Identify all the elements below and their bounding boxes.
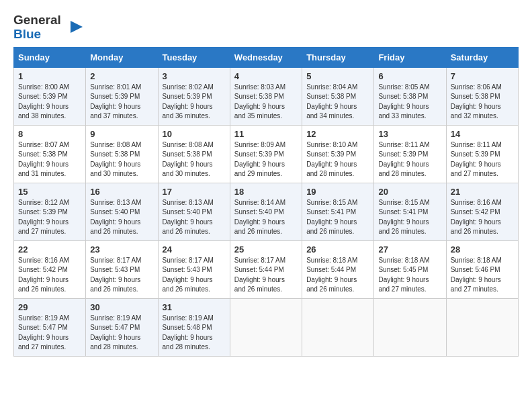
calendar-day: 2 Sunrise: 8:01 AM Sunset: 5:39 PM Dayli… bbox=[86, 67, 158, 125]
day-info: Sunrise: 8:09 AM Sunset: 5:39 PM Dayligh… bbox=[234, 140, 298, 179]
daylight-label: Daylight: 9 hours and 26 minutes. bbox=[163, 218, 213, 236]
day-number: 9 bbox=[90, 129, 153, 139]
day-info: Sunrise: 8:03 AM Sunset: 5:38 PM Dayligh… bbox=[234, 83, 298, 122]
day-info: Sunrise: 8:17 AM Sunset: 5:43 PM Dayligh… bbox=[163, 256, 226, 295]
sunrise-label: Sunrise: 8:18 AM bbox=[378, 257, 429, 264]
daylight-label: Daylight: 9 hours and 28 minutes. bbox=[378, 161, 429, 178]
calendar-day: 22 Sunrise: 8:16 AM Sunset: 5:42 PM Dayl… bbox=[14, 240, 86, 298]
sunrise-label: Sunrise: 8:13 AM bbox=[90, 199, 141, 206]
header-day: Wednesday bbox=[230, 47, 302, 67]
sunrise-label: Sunrise: 8:01 AM bbox=[90, 83, 141, 91]
day-number: 30 bbox=[90, 302, 153, 312]
day-number: 16 bbox=[90, 187, 153, 197]
sunset-label: Sunset: 5:43 PM bbox=[163, 266, 212, 273]
day-info: Sunrise: 8:16 AM Sunset: 5:42 PM Dayligh… bbox=[451, 198, 514, 237]
daylight-label: Daylight: 9 hours and 34 minutes. bbox=[306, 103, 357, 120]
day-info: Sunrise: 8:08 AM Sunset: 5:38 PM Dayligh… bbox=[163, 140, 226, 179]
day-info: Sunrise: 8:14 AM Sunset: 5:40 PM Dayligh… bbox=[234, 198, 298, 237]
sunset-label: Sunset: 5:38 PM bbox=[90, 150, 140, 158]
calendar-day: 19 Sunrise: 8:15 AM Sunset: 5:41 PM Dayl… bbox=[302, 183, 374, 240]
calendar-day: 8 Sunrise: 8:07 AM Sunset: 5:38 PM Dayli… bbox=[14, 125, 86, 183]
daylight-label: Daylight: 9 hours and 26 minutes. bbox=[306, 218, 357, 236]
calendar-day: 16 Sunrise: 8:13 AM Sunset: 5:40 PM Dayl… bbox=[86, 183, 158, 240]
sunrise-label: Sunrise: 8:17 AM bbox=[234, 257, 285, 264]
day-info: Sunrise: 8:13 AM Sunset: 5:40 PM Dayligh… bbox=[90, 198, 153, 237]
sunrise-label: Sunrise: 8:19 AM bbox=[18, 314, 69, 322]
day-info: Sunrise: 8:13 AM Sunset: 5:40 PM Dayligh… bbox=[163, 198, 226, 237]
calendar-day: 14 Sunrise: 8:11 AM Sunset: 5:39 PM Dayl… bbox=[446, 125, 518, 183]
sunset-label: Sunset: 5:45 PM bbox=[378, 266, 428, 273]
sunset-label: Sunset: 5:38 PM bbox=[306, 93, 356, 100]
sunset-label: Sunset: 5:39 PM bbox=[90, 93, 140, 100]
sunrise-label: Sunrise: 8:00 AM bbox=[18, 83, 69, 91]
calendar-day: 6 Sunrise: 8:05 AM Sunset: 5:38 PM Dayli… bbox=[374, 67, 446, 125]
calendar-day: 12 Sunrise: 8:10 AM Sunset: 5:39 PM Dayl… bbox=[302, 125, 374, 183]
day-info: Sunrise: 8:18 AM Sunset: 5:44 PM Dayligh… bbox=[306, 256, 369, 295]
day-info: Sunrise: 8:05 AM Sunset: 5:38 PM Dayligh… bbox=[378, 83, 441, 122]
sunset-label: Sunset: 5:46 PM bbox=[451, 266, 500, 273]
day-info: Sunrise: 8:19 AM Sunset: 5:48 PM Dayligh… bbox=[163, 314, 226, 353]
day-info: Sunrise: 8:16 AM Sunset: 5:42 PM Dayligh… bbox=[18, 256, 81, 295]
calendar-table: SundayMondayTuesdayWednesdayThursdayFrid… bbox=[13, 47, 519, 357]
sunrise-label: Sunrise: 8:11 AM bbox=[378, 141, 429, 148]
daylight-label: Daylight: 9 hours and 30 minutes. bbox=[90, 161, 140, 178]
day-info: Sunrise: 8:17 AM Sunset: 5:44 PM Dayligh… bbox=[234, 256, 298, 295]
sunrise-label: Sunrise: 8:08 AM bbox=[163, 141, 214, 148]
sunset-label: Sunset: 5:44 PM bbox=[234, 266, 284, 273]
day-number: 13 bbox=[378, 129, 441, 139]
calendar-week: 29 Sunrise: 8:19 AM Sunset: 5:47 PM Dayl… bbox=[14, 298, 519, 356]
calendar-day: 27 Sunrise: 8:18 AM Sunset: 5:45 PM Dayl… bbox=[374, 240, 446, 298]
calendar-day: 29 Sunrise: 8:19 AM Sunset: 5:47 PM Dayl… bbox=[14, 298, 86, 356]
daylight-label: Daylight: 9 hours and 28 minutes. bbox=[163, 334, 213, 351]
sunset-label: Sunset: 5:39 PM bbox=[163, 93, 212, 100]
sunset-label: Sunset: 5:39 PM bbox=[234, 150, 284, 158]
calendar-day: 7 Sunrise: 8:06 AM Sunset: 5:38 PM Dayli… bbox=[446, 67, 518, 125]
sunset-label: Sunset: 5:42 PM bbox=[18, 266, 68, 273]
daylight-label: Daylight: 9 hours and 26 minutes. bbox=[378, 218, 429, 236]
day-number: 14 bbox=[451, 129, 514, 139]
daylight-label: Daylight: 9 hours and 26 minutes. bbox=[306, 276, 357, 293]
sunrise-label: Sunrise: 8:15 AM bbox=[378, 199, 429, 206]
calendar-body: 1 Sunrise: 8:00 AM Sunset: 5:39 PM Dayli… bbox=[14, 67, 519, 356]
day-info: Sunrise: 8:07 AM Sunset: 5:38 PM Dayligh… bbox=[18, 140, 81, 179]
calendar-day: 3 Sunrise: 8:02 AM Sunset: 5:39 PM Dayli… bbox=[158, 67, 230, 125]
day-number: 15 bbox=[18, 187, 81, 197]
daylight-label: Daylight: 9 hours and 29 minutes. bbox=[234, 161, 285, 178]
sunset-label: Sunset: 5:39 PM bbox=[18, 93, 68, 100]
sunset-label: Sunset: 5:41 PM bbox=[306, 208, 356, 216]
sunset-label: Sunset: 5:38 PM bbox=[234, 93, 284, 100]
calendar-day: 31 Sunrise: 8:19 AM Sunset: 5:48 PM Dayl… bbox=[158, 298, 230, 356]
sunset-label: Sunset: 5:39 PM bbox=[306, 150, 356, 158]
day-number: 3 bbox=[163, 71, 226, 81]
day-info: Sunrise: 8:10 AM Sunset: 5:39 PM Dayligh… bbox=[306, 140, 369, 179]
day-number: 12 bbox=[306, 129, 369, 139]
sunset-label: Sunset: 5:40 PM bbox=[90, 208, 140, 216]
calendar-day: 23 Sunrise: 8:17 AM Sunset: 5:43 PM Dayl… bbox=[86, 240, 158, 298]
sunset-label: Sunset: 5:39 PM bbox=[378, 150, 428, 158]
daylight-label: Daylight: 9 hours and 36 minutes. bbox=[163, 103, 213, 120]
day-info: Sunrise: 8:18 AM Sunset: 5:46 PM Dayligh… bbox=[451, 256, 514, 295]
sunrise-label: Sunrise: 8:18 AM bbox=[306, 257, 357, 264]
calendar-day: 24 Sunrise: 8:17 AM Sunset: 5:43 PM Dayl… bbox=[158, 240, 230, 298]
day-number: 7 bbox=[451, 71, 514, 81]
daylight-label: Daylight: 9 hours and 33 minutes. bbox=[378, 103, 429, 120]
sunset-label: Sunset: 5:39 PM bbox=[18, 208, 68, 216]
day-number: 5 bbox=[306, 71, 369, 81]
calendar-day: 25 Sunrise: 8:17 AM Sunset: 5:44 PM Dayl… bbox=[230, 240, 302, 298]
daylight-label: Daylight: 9 hours and 30 minutes. bbox=[163, 161, 213, 178]
sunrise-label: Sunrise: 8:19 AM bbox=[163, 314, 214, 322]
day-info: Sunrise: 8:15 AM Sunset: 5:41 PM Dayligh… bbox=[306, 198, 369, 237]
day-number: 21 bbox=[451, 187, 514, 197]
day-info: Sunrise: 8:00 AM Sunset: 5:39 PM Dayligh… bbox=[18, 83, 81, 122]
calendar-day: 21 Sunrise: 8:16 AM Sunset: 5:42 PM Dayl… bbox=[446, 183, 518, 240]
sunset-label: Sunset: 5:40 PM bbox=[163, 208, 212, 216]
day-number: 20 bbox=[378, 187, 441, 197]
calendar-day: 17 Sunrise: 8:13 AM Sunset: 5:40 PM Dayl… bbox=[158, 183, 230, 240]
sunset-label: Sunset: 5:40 PM bbox=[234, 208, 284, 216]
daylight-label: Daylight: 9 hours and 37 minutes. bbox=[90, 103, 140, 120]
day-number: 26 bbox=[306, 244, 369, 255]
daylight-label: Daylight: 9 hours and 28 minutes. bbox=[90, 334, 140, 351]
calendar-day bbox=[230, 298, 302, 356]
day-info: Sunrise: 8:04 AM Sunset: 5:38 PM Dayligh… bbox=[306, 83, 369, 122]
sunset-label: Sunset: 5:38 PM bbox=[378, 93, 428, 100]
